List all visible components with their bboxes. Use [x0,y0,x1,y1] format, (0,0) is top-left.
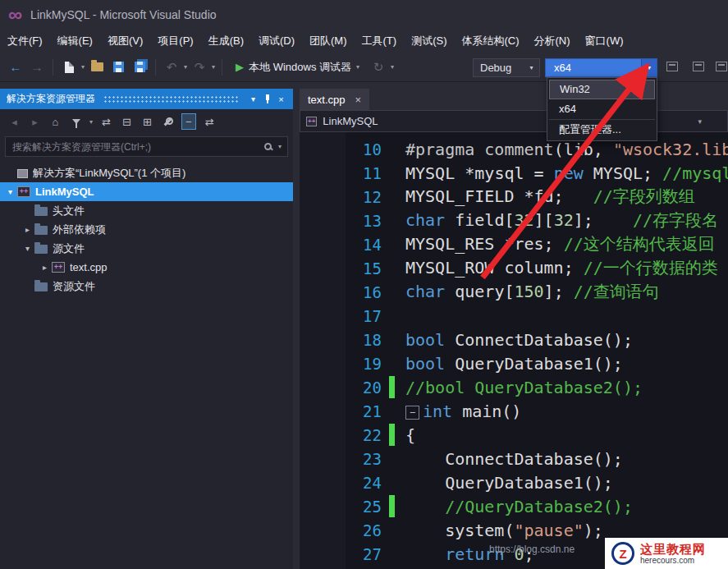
menu-item-6[interactable]: 调试(D) [251,30,302,52]
tab-text-cpp[interactable]: text.cpp × [300,89,369,110]
platform-menu-item[interactable]: x64 [549,99,655,119]
open-file-icon[interactable] [88,58,106,76]
line-number[interactable]: 11 [346,164,382,182]
show-all-files-icon[interactable]: − [181,113,196,130]
tree-item[interactable]: ▾++LinkMySQL [0,182,293,201]
line-number[interactable]: 14 [346,236,382,254]
line-number[interactable]: 16 [346,283,382,301]
configuration-combo-caret-icon[interactable]: ▾ [524,59,539,76]
platform-combo[interactable]: x64 ▾ [545,58,657,77]
editor-navigation-bar[interactable]: ++ LinkMySQL ▾ [300,110,728,132]
code-line-21[interactable]: 21−int main() [300,399,728,423]
code-line-13[interactable]: 13char field[32][32]; //存字段名 [300,209,728,232]
sync-with-active-document-icon[interactable]: ⇄ [99,113,113,130]
menu-item-1[interactable]: 文件(F) [0,30,50,52]
navbar-caret-icon[interactable]: ▾ [698,117,702,126]
view-code-icon[interactable]: ⇄ [203,113,217,130]
tree-item[interactable]: 资源文件 [0,277,293,296]
code-line-12[interactable]: 12MYSQL_FIELD *fd; //字段列数组 [300,185,728,209]
tree-expanded-icon[interactable]: ▾ [3,187,17,196]
menu-item-12[interactable]: 窗口(W) [578,30,631,52]
line-number[interactable]: 17 [346,307,382,325]
line-number[interactable]: 27 [346,545,382,563]
menu-item-5[interactable]: 生成(B) [201,30,251,52]
restart-icon[interactable]: ↻ [369,58,387,76]
tree-item[interactable]: ▾源文件 [0,239,293,258]
code-line-18[interactable]: 18bool ConnectDatabase(); [300,328,728,351]
search-options-caret-icon[interactable]: ▾ [278,143,282,150]
code-line-14[interactable]: 14MYSQL_RES *res; //这个结构代表返回 [300,232,728,256]
line-number[interactable]: 19 [346,355,382,373]
save-all-icon[interactable] [130,58,149,76]
wrench-icon[interactable] [161,113,175,130]
new-file-icon[interactable] [60,58,78,76]
search-input[interactable] [6,141,264,153]
navigate-forward-icon[interactable]: → [28,58,46,76]
navigate-back-icon[interactable]: ← [7,58,25,76]
line-number[interactable]: 18 [346,331,382,349]
line-number[interactable]: 15 [346,259,382,278]
undo-caret-icon[interactable]: ▾ [184,63,187,71]
tree-item[interactable]: ▸++text.cpp [0,258,293,277]
pin-icon[interactable] [260,93,274,106]
collapse-all-icon[interactable]: ⊟ [120,113,134,130]
line-number[interactable]: 12 [346,188,382,206]
platform-menu-item[interactable]: Win32 [549,80,655,99]
code-line-22[interactable]: 22{ [300,423,728,447]
configuration-combo[interactable]: Debug ▾ [473,58,540,77]
redo-icon[interactable]: ↷ [190,58,208,76]
tree-expanded-icon[interactable]: ▾ [21,244,34,253]
line-number[interactable]: 24 [346,474,382,492]
tree-collapsed-icon[interactable]: ▸ [21,225,34,234]
menu-item-10[interactable]: 体系结构(C) [454,30,526,52]
scope-back-icon[interactable]: ◂ [7,113,21,130]
start-debug-button[interactable]: ▶ 本地 Windows 调试器 ▾ [229,60,366,75]
menu-item-2[interactable]: 编辑(E) [50,30,100,52]
menu-item-4[interactable]: 项目(P) [150,30,200,52]
filter-icon[interactable] [69,113,83,130]
code-line-15[interactable]: 15MYSQL_ROW column; //一个行数据的类 [300,256,728,280]
line-number[interactable]: 23 [346,450,382,468]
scope-forward-icon[interactable]: ▸ [28,113,42,130]
window-position-caret-icon[interactable]: ▾ [246,94,260,103]
properties-window-icon[interactable]: ⊞ [140,113,154,130]
tree-item[interactable]: 解决方案“LinkMySQL”(1 个项目) [0,163,293,182]
line-number[interactable]: 21 [346,402,382,420]
drag-grip[interactable] [103,95,238,103]
code-line-16[interactable]: 16char query[150]; //查询语句 [300,280,728,304]
close-panel-icon[interactable]: × [274,94,288,104]
tab-close-icon[interactable]: × [355,94,362,106]
line-number[interactable]: 10 [346,140,382,158]
restart-caret-icon[interactable]: ▾ [391,63,394,71]
code-line-20[interactable]: 20//bool QueryDatabase2(); [300,375,728,399]
redo-caret-icon[interactable]: ▾ [212,63,215,71]
menu-item-8[interactable]: 工具(T) [355,30,405,52]
menu-item-7[interactable]: 团队(M) [302,30,355,52]
undo-icon[interactable]: ↶ [163,58,181,76]
fold-collapse-icon[interactable]: − [405,406,419,420]
save-icon[interactable] [109,58,127,76]
line-number[interactable]: 13 [346,212,382,230]
tree-item[interactable]: 头文件 [0,201,293,220]
menu-item-9[interactable]: 测试(S) [404,30,454,52]
code-line-11[interactable]: 11MYSQL *mysql = new MYSQL; //mysql [300,161,728,185]
code-line-10[interactable]: 10#pragma comment(lib, "wsock32.lib") [300,137,728,161]
code-line-17[interactable]: 17 [300,304,728,328]
search-icon[interactable] [264,143,272,150]
line-number[interactable]: 20 [346,379,382,397]
code-line-24[interactable]: 24 QueryDatabase1(); [300,470,728,494]
toolbar-overflow-icon[interactable] [716,62,727,71]
attach-debugger-icon[interactable] [666,62,678,71]
code-line-25[interactable]: 25 //QueryDatabase2(); [300,494,728,518]
platform-menu-item[interactable]: 配置管理器... [549,119,655,139]
code-area[interactable]: 10#pragma comment(lib, "wsock32.lib")11M… [300,132,728,569]
new-file-caret-icon[interactable]: ▾ [81,63,85,71]
tree-collapsed-icon[interactable]: ▸ [38,263,52,272]
line-number[interactable]: 26 [346,521,382,539]
code-line-19[interactable]: 19bool QueryDatabase1(); [300,351,728,375]
platform-combo-caret-icon[interactable]: ▾ [641,59,657,76]
line-number[interactable]: 25 [346,498,382,516]
code-line-23[interactable]: 23 ConnectDatabase(); [300,447,728,470]
debug-windows-icon[interactable] [693,62,704,71]
filter-caret-icon[interactable]: ▾ [89,118,93,126]
